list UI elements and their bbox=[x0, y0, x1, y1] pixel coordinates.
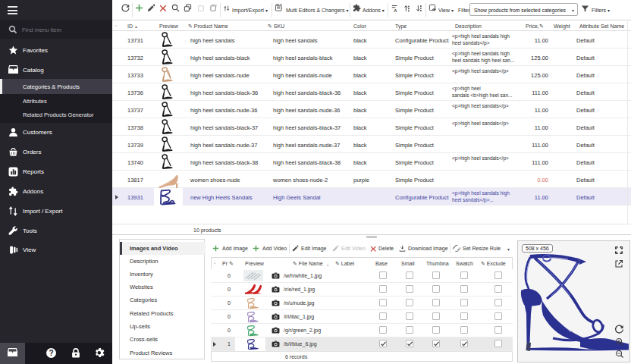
svg-text:A: A bbox=[394, 8, 397, 12]
